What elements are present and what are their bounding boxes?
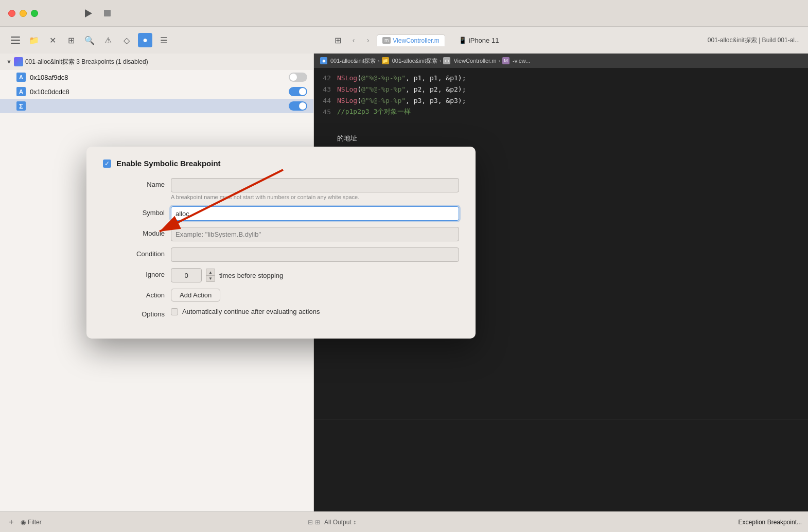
warning-icon[interactable]: ⚠ bbox=[101, 33, 115, 47]
module-label: Module bbox=[103, 227, 165, 237]
name-label: Name bbox=[103, 178, 165, 188]
ignore-field-container: ▲ ▼ times before stopping bbox=[171, 268, 459, 282]
bp-icon-1: A bbox=[16, 73, 26, 82]
back-nav-button[interactable]: ‹ bbox=[348, 34, 359, 46]
action-row: Action Add Action bbox=[103, 289, 459, 302]
modal-header: ✓ Enable Symbolic Breakpoint bbox=[103, 159, 459, 168]
list-icon[interactable]: ☰ bbox=[156, 33, 171, 47]
symbol-row: Symbol bbox=[103, 206, 459, 221]
filter-button[interactable]: ◉ Filter bbox=[21, 519, 42, 526]
add-action-button[interactable]: Add Action bbox=[171, 289, 220, 302]
hierarchy-icon[interactable]: ⊞ bbox=[64, 33, 78, 47]
condition-field-container bbox=[171, 247, 459, 262]
enable-checkbox[interactable]: ✓ bbox=[103, 159, 111, 168]
code-45: //p1p2p3 3个对象一样 bbox=[337, 107, 411, 116]
collapse-arrow[interactable]: ▼ bbox=[6, 59, 12, 65]
bc-folder-icon: 📁 bbox=[382, 57, 389, 64]
auto-continue-label: Automatically continue after evaluating … bbox=[182, 308, 320, 315]
bp-toggle-2[interactable] bbox=[289, 87, 307, 96]
breakpoint-item-2[interactable]: A 0x10c0dcdc8 bbox=[0, 84, 313, 99]
bc-chevron-2: › bbox=[440, 58, 442, 64]
options-row: Options Automatically continue after eva… bbox=[103, 308, 459, 318]
code-editor: 42 NSLog(@"%@-%p-%p", p1, p1, &p1); 43 N… bbox=[314, 68, 808, 148]
code-line-42: 42 NSLog(@"%@-%p-%p", p1, p1, &p1); bbox=[314, 72, 808, 83]
ignore-controls: ▲ ▼ times before stopping bbox=[171, 268, 459, 282]
module-field-container bbox=[171, 227, 459, 241]
action-label: Action bbox=[103, 289, 165, 299]
iphone-label: iPhone 11 bbox=[469, 37, 499, 44]
bp-icon-2: A bbox=[16, 87, 26, 96]
all-output-label: All Output ↕ bbox=[324, 519, 356, 526]
stepper-down-button[interactable]: ▼ bbox=[206, 275, 215, 282]
svg-rect-1 bbox=[104, 10, 111, 16]
tab-bar: m ViewController.m bbox=[377, 34, 445, 46]
options-field-container: Automatically continue after evaluating … bbox=[171, 308, 459, 315]
output-selector[interactable]: All Output ↕ bbox=[324, 519, 356, 526]
name-input[interactable] bbox=[171, 178, 459, 192]
toggle-icons: ⊟ ⊞ bbox=[308, 519, 320, 526]
bc-file-name: ViewController.m bbox=[453, 58, 496, 64]
add-breakpoint-button[interactable]: + bbox=[6, 517, 16, 527]
action-field-container: Add Action bbox=[171, 289, 459, 302]
grid-view-icon[interactable]: ⊞ bbox=[330, 33, 345, 47]
bc-folder-name: 001-alloc&init探索 bbox=[392, 57, 437, 65]
breakpoints-header-text: 001-alloc&init探索 3 Breakpoints (1 disabl… bbox=[25, 58, 148, 66]
bc-method-icon: M bbox=[502, 57, 510, 64]
toggle-icon-1[interactable]: ⊟ bbox=[308, 519, 313, 526]
play-button[interactable] bbox=[81, 6, 96, 21]
line-num-44: 44 bbox=[314, 97, 337, 104]
diamond-icon[interactable]: ◇ bbox=[119, 33, 134, 47]
search-icon[interactable]: 🔍 bbox=[82, 33, 97, 47]
sidebar-toggle-icon[interactable] bbox=[8, 33, 23, 47]
maximize-button[interactable] bbox=[31, 10, 38, 17]
breakpoint-item-1[interactable]: A 0x108af9dc8 bbox=[0, 70, 313, 84]
line-num-43: 43 bbox=[314, 85, 337, 93]
name-row: Name A breakpoint name must not start wi… bbox=[103, 178, 459, 200]
right-header: ⊞ ‹ › m ViewController.m 📱 iPhone 11 001… bbox=[326, 33, 800, 47]
bp-toggle-1[interactable] bbox=[289, 73, 307, 82]
ignore-label: Ignore bbox=[103, 268, 165, 278]
tab-label: ViewController.m bbox=[393, 37, 439, 44]
symbolic-breakpoint-dialog[interactable]: ✓ Enable Symbolic Breakpoint Name A brea… bbox=[86, 147, 476, 339]
left-toolbar: 📁 ✕ ⊞ 🔍 ⚠ ◇ ● ☰ bbox=[8, 33, 322, 47]
bc-method-name: -view... bbox=[513, 58, 530, 64]
condition-label: Condition bbox=[103, 247, 165, 258]
auto-continue-checkbox[interactable] bbox=[171, 308, 178, 315]
modal-title: Enable Symbolic Breakpoint bbox=[116, 159, 221, 168]
project-icon bbox=[14, 57, 23, 66]
bp-address-1: 0x108af9dc8 bbox=[30, 74, 285, 81]
bc-file-icon: m bbox=[443, 57, 450, 64]
minimize-button[interactable] bbox=[20, 10, 27, 17]
bp-toggle-3[interactable] bbox=[289, 101, 307, 111]
condition-row: Condition bbox=[103, 247, 459, 262]
ignore-stepper: ▲ ▼ bbox=[206, 269, 215, 282]
folder-icon[interactable]: 📁 bbox=[27, 33, 41, 47]
breakpoint-item-3[interactable]: Σ bbox=[0, 99, 313, 113]
svg-marker-0 bbox=[85, 9, 92, 17]
viewcontroller-tab[interactable]: m ViewController.m bbox=[377, 34, 445, 46]
code-line-46 bbox=[314, 117, 808, 129]
ignore-count-input[interactable] bbox=[171, 268, 202, 282]
forward-nav-button[interactable]: › bbox=[362, 34, 374, 46]
filter-label: Filter bbox=[28, 519, 42, 526]
module-input[interactable] bbox=[171, 227, 459, 241]
code-line-43: 43 NSLog(@"%@-%p-%p", p2, p2, &p2); bbox=[314, 83, 808, 95]
close-button[interactable] bbox=[8, 10, 15, 17]
status-bar: + ◉ Filter ⊟ ⊞ All Output ↕ Exception Br… bbox=[0, 511, 808, 532]
ignore-row: Ignore ▲ ▼ times before stopping bbox=[103, 268, 459, 282]
toggle-icon-2[interactable]: ⊞ bbox=[315, 519, 320, 526]
breakpoint-icon[interactable]: ● bbox=[138, 33, 152, 47]
stop-button[interactable] bbox=[100, 6, 114, 21]
code-line-cn: 的地址 bbox=[314, 133, 808, 144]
close-icon[interactable]: ✕ bbox=[45, 33, 60, 47]
right-bottom-panel bbox=[314, 419, 808, 511]
line-num-45: 45 bbox=[314, 108, 337, 116]
condition-input[interactable] bbox=[171, 247, 459, 262]
stepper-up-button[interactable]: ▲ bbox=[206, 269, 215, 275]
symbol-label: Symbol bbox=[103, 206, 165, 217]
bc-chevron-3: › bbox=[498, 58, 500, 64]
ignore-suffix-text: times before stopping bbox=[219, 272, 283, 279]
code-44: NSLog(@"%@-%p-%p", p3, p3, &p3); bbox=[337, 97, 466, 104]
symbol-input[interactable] bbox=[171, 206, 459, 221]
code-line-45: 45 //p1p2p3 3个对象一样 bbox=[314, 106, 808, 117]
